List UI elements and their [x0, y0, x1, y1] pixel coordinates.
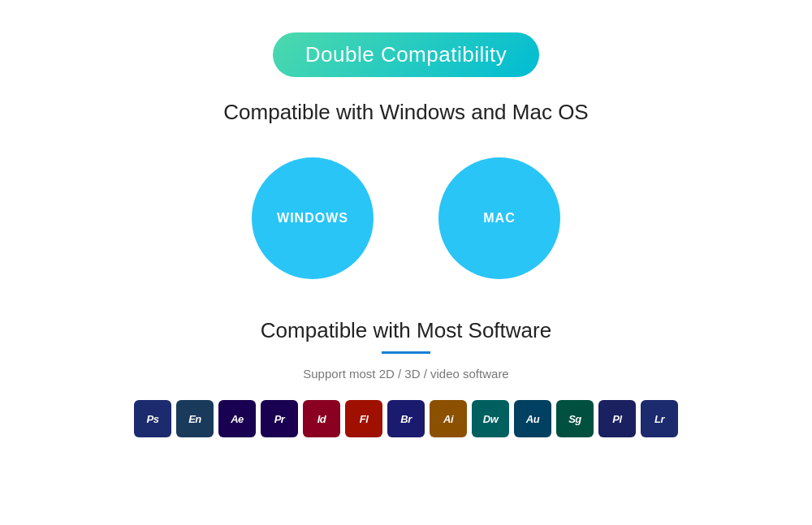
header-badge: Double Compatibility — [273, 32, 539, 77]
software-icon-flash: Fl — [345, 400, 382, 437]
subtitle-underline — [382, 351, 430, 354]
software-icon-photoshop: Ps — [134, 400, 171, 437]
header-badge-label: Double Compatibility — [305, 42, 507, 67]
software-icon-illustrator: Ai — [430, 400, 467, 437]
software-icon-prelude: Pl — [598, 400, 636, 437]
software-icon-speedgrade: Sg — [556, 400, 594, 437]
support-text: Support most 2D / 3D / video software — [303, 367, 508, 381]
software-icon-premiere: Pr — [261, 400, 298, 437]
software-icon-lightroom: Lr — [641, 400, 678, 437]
software-icon-dreamweaver: Dw — [472, 400, 509, 437]
software-icon-indesign: Id — [303, 400, 340, 437]
os-subtitle: Compatible with Windows and Mac OS — [223, 100, 588, 125]
windows-label: WINDOWS — [277, 211, 348, 226]
software-icon-after effects: Ae — [218, 400, 256, 437]
windows-circle: WINDOWS — [252, 157, 374, 279]
mac-label: MAC — [483, 211, 515, 226]
software-icons-row: PsEnAePrIdFlBrAiDwAuSgPlLr — [134, 400, 678, 437]
software-icon-encore: En — [176, 400, 214, 437]
software-icon-audition: Au — [514, 400, 551, 437]
software-icon-bridge: Br — [387, 400, 425, 437]
software-subtitle: Compatible with Most Software — [261, 318, 551, 343]
os-circles-container: WINDOWS MAC — [252, 157, 560, 279]
mac-circle: MAC — [438, 157, 560, 279]
